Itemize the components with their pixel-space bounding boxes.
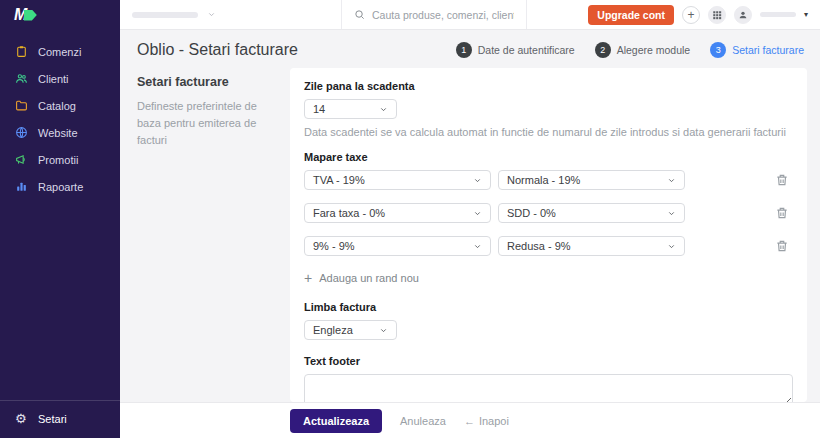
sidebar-item-label: Rapoarte	[38, 181, 83, 193]
green-tag-icon	[24, 10, 37, 21]
globe-icon	[15, 126, 28, 139]
chevron-down-icon	[667, 242, 676, 251]
due-days-help: Data scadentei se va calcula automat in …	[304, 126, 793, 138]
cancel-button[interactable]: Anuleaza	[400, 415, 446, 427]
tax-source-select[interactable]: Fara taxa - 0%	[304, 203, 491, 223]
upgrade-account-button[interactable]: Upgrade cont	[588, 5, 674, 25]
settings-form-card: Zile pana la scadenta 14 Data scadentei …	[290, 68, 807, 402]
folder-icon	[15, 99, 28, 112]
step-number: 2	[595, 42, 611, 58]
sidebar-footer: ⚙ Setari	[0, 400, 120, 438]
chevron-down-icon	[667, 209, 676, 218]
sidebar-item-label: Setari	[38, 413, 67, 425]
section-title: Setari facturare	[137, 75, 276, 89]
delete-row-button[interactable]	[775, 173, 789, 187]
step-number: 3	[710, 42, 726, 58]
add-row-label: Adauga un rand nou	[319, 272, 419, 284]
content: Setari facturare Defineste preferintele …	[120, 68, 820, 402]
search-icon	[354, 9, 365, 20]
wizard-stepper: 1 Date de autentificare 2 Alegere module…	[456, 42, 804, 58]
sidebar-item-label: Catalog	[38, 100, 76, 112]
select-value: TVA - 19%	[313, 174, 365, 186]
sidebar-item-promotii[interactable]: Promotii	[0, 146, 120, 173]
select-value: Fara taxa - 0%	[313, 207, 385, 219]
chevron-down-icon	[473, 209, 482, 218]
tax-target-select[interactable]: Redusa - 9%	[498, 236, 685, 256]
due-days-label: Zile pana la scadenta	[304, 80, 793, 92]
chevron-down-icon	[207, 10, 216, 19]
global-search-input[interactable]: Cauta produse, comenzi, clienti	[341, 0, 527, 29]
back-label: Inapoi	[479, 415, 509, 427]
left-arrow-icon: ←	[464, 415, 475, 427]
apps-grid-icon	[712, 10, 722, 20]
chevron-down-icon	[473, 242, 482, 251]
action-bar: Actualizeaza Anuleaza ← Inapoi	[120, 402, 820, 438]
main-area: Cauta produse, comenzi, clienti Upgrade …	[120, 0, 820, 438]
select-value: Engleza	[313, 324, 353, 336]
sidebar: M Comenzi Clienti Catalog Website	[0, 0, 120, 438]
due-days-select[interactable]: 14	[304, 99, 397, 119]
language-label: Limba factura	[304, 301, 793, 313]
sidebar-item-comenzi[interactable]: Comenzi	[0, 38, 120, 65]
update-button[interactable]: Actualizeaza	[290, 409, 382, 433]
account-menu-caret-icon[interactable]: ▾	[804, 10, 808, 19]
delete-row-button[interactable]	[775, 239, 789, 253]
tax-target-select[interactable]: SDD - 0%	[498, 203, 685, 223]
step-label: Alegere module	[617, 44, 691, 56]
chevron-down-icon	[667, 176, 676, 185]
app-logo[interactable]: M	[0, 0, 120, 30]
store-selector[interactable]	[120, 0, 341, 29]
footer-text-input[interactable]	[304, 374, 793, 402]
select-value: 14	[313, 103, 325, 115]
sidebar-item-catalog[interactable]: Catalog	[0, 92, 120, 119]
megaphone-icon	[15, 153, 28, 166]
tax-source-select[interactable]: 9% - 9%	[304, 236, 491, 256]
page-title: Oblio - Setari facturare	[137, 41, 298, 59]
chevron-down-icon	[379, 326, 388, 335]
section-description-panel: Setari facturare Defineste preferintele …	[120, 68, 290, 402]
step-label: Date de autentificare	[478, 44, 575, 56]
person-icon	[738, 10, 748, 20]
trash-icon	[775, 173, 789, 187]
trash-icon	[775, 239, 789, 253]
delete-row-button[interactable]	[775, 206, 789, 220]
step-alegere-module[interactable]: 2 Alegere module	[595, 42, 691, 58]
select-value: Normala - 19%	[507, 174, 580, 186]
sidebar-item-website[interactable]: Website	[0, 119, 120, 146]
select-value: SDD - 0%	[507, 207, 556, 219]
step-date-de-autentificare[interactable]: 1 Date de autentificare	[456, 42, 575, 58]
chevron-down-icon	[473, 176, 482, 185]
sidebar-item-clienti[interactable]: Clienti	[0, 65, 120, 92]
language-select[interactable]: Engleza	[304, 320, 397, 340]
language-field: Limba factura Engleza	[304, 301, 793, 340]
page-header: Oblio - Setari facturare 1 Date de auten…	[120, 30, 820, 68]
tax-mapping-row: 9% - 9% Redusa - 9%	[304, 236, 793, 256]
tax-source-select[interactable]: TVA - 19%	[304, 170, 491, 190]
step-number: 1	[456, 42, 472, 58]
user-avatar[interactable]	[734, 6, 752, 24]
chevron-down-icon	[379, 105, 388, 114]
step-setari-facturare[interactable]: 3 Setari facturare	[710, 42, 804, 58]
tax-target-select[interactable]: Normala - 19%	[498, 170, 685, 190]
footer-text-label: Text footer	[304, 355, 793, 367]
add-row-button[interactable]: + Adauga un rand nou	[304, 272, 419, 284]
bar-chart-icon	[15, 180, 28, 193]
account-name-placeholder	[760, 12, 796, 17]
select-value: 9% - 9%	[313, 240, 355, 252]
plus-icon: +	[304, 273, 312, 283]
sidebar-item-label: Comenzi	[38, 46, 81, 58]
section-description: Defineste preferintele de baza pentru em…	[137, 98, 276, 149]
apps-grid-button[interactable]	[708, 6, 726, 24]
step-label: Setari facturare	[732, 44, 804, 56]
back-button[interactable]: ← Inapoi	[464, 415, 509, 427]
select-value: Redusa - 9%	[507, 240, 571, 252]
trash-icon	[775, 206, 789, 220]
sidebar-nav: Comenzi Clienti Catalog Website Promotii	[0, 30, 120, 200]
sidebar-item-label: Promotii	[38, 154, 78, 166]
add-button[interactable]: +	[682, 6, 700, 24]
sidebar-item-setari[interactable]: ⚙ Setari	[0, 405, 120, 432]
tax-mapping-row: Fara taxa - 0% SDD - 0%	[304, 203, 793, 223]
sidebar-item-rapoarte[interactable]: Rapoarte	[0, 173, 120, 200]
sidebar-item-label: Clienti	[38, 73, 69, 85]
people-icon	[15, 72, 28, 85]
